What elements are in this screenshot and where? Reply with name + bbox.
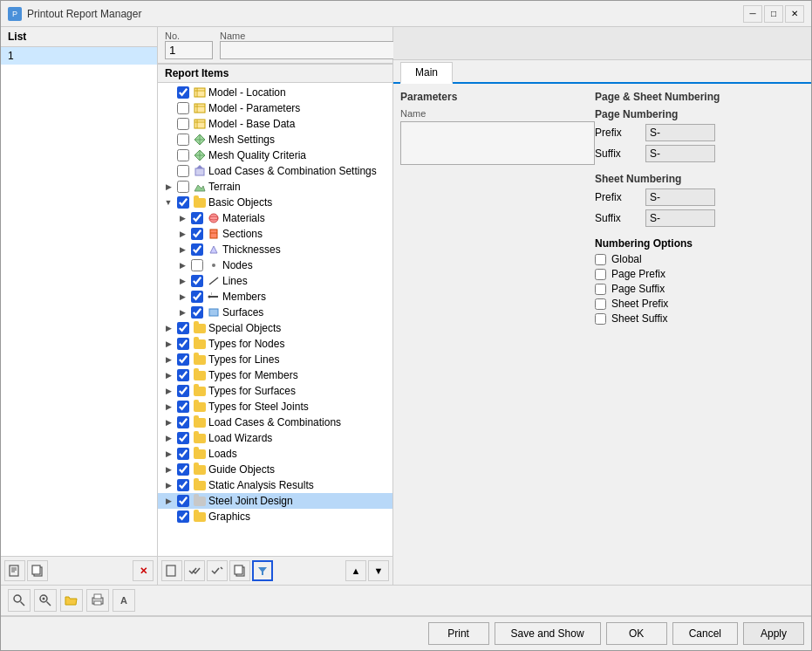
copy-list-button[interactable]	[27, 560, 48, 581]
expand-sections[interactable]: ▶	[175, 227, 189, 241]
folder-open-button[interactable]	[60, 589, 83, 612]
tree-item-model-location[interactable]: Model - Location	[158, 85, 392, 100]
cb-nodes[interactable]	[191, 259, 203, 271]
cb-lines[interactable]	[191, 275, 203, 287]
tree-item-lines[interactable]: ▶ Lines	[158, 273, 392, 289]
tree-item-graphics[interactable]: Graphics	[158, 509, 392, 524]
cb-page-prefix[interactable]	[595, 269, 606, 280]
cb-surfaces[interactable]	[191, 306, 203, 319]
apply-button[interactable]: Apply	[743, 622, 804, 645]
cb-sheet-prefix[interactable]	[595, 298, 606, 310]
delete-list-button[interactable]: ✕	[133, 560, 154, 581]
cb-types-steel[interactable]	[177, 401, 189, 413]
cb-members[interactable]	[191, 291, 203, 303]
tree-item-loads[interactable]: ▶ Loads	[158, 446, 392, 462]
tree-item-basic-objects[interactable]: ▼ Basic Objects	[158, 195, 392, 210]
cb-model-location[interactable]	[177, 86, 189, 99]
cb-model-parameters[interactable]	[177, 102, 189, 114]
maximize-button[interactable]: □	[764, 5, 783, 23]
expand-types-members[interactable]: ▶	[161, 368, 175, 382]
cb-graphics[interactable]	[177, 511, 189, 523]
copy-items-button[interactable]	[229, 560, 250, 581]
ok-button[interactable]: OK	[606, 622, 667, 645]
cb-terrain[interactable]	[177, 181, 189, 193]
page-suffix-input[interactable]: S-	[645, 145, 715, 162]
find-button[interactable]	[34, 589, 57, 612]
save-show-button[interactable]: Save and Show	[495, 622, 601, 645]
move-down-button[interactable]: ▼	[368, 560, 389, 581]
tree-item-types-surfaces[interactable]: ▶ Types for Surfaces	[158, 383, 392, 399]
tree-item-load-wizards[interactable]: ▶ Load Wizards	[158, 430, 392, 446]
tree-item-members[interactable]: ▶ I Members	[158, 289, 392, 305]
tree-item-types-lines[interactable]: ▶ Types for Lines	[158, 352, 392, 367]
move-up-button[interactable]: ▲	[345, 560, 366, 581]
tree-item-load-settings[interactable]: Load Cases & Combination Settings	[158, 163, 392, 179]
tree-item-mesh-quality[interactable]: Mesh Quality Criteria	[158, 147, 392, 163]
page-prefix-input[interactable]: S-	[645, 124, 715, 141]
cb-global[interactable]	[595, 254, 606, 265]
cb-types-members[interactable]	[177, 369, 189, 381]
expand-thicknesses[interactable]: ▶	[175, 243, 189, 257]
check-all-button[interactable]	[184, 560, 205, 581]
cancel-button[interactable]: Cancel	[672, 622, 738, 645]
tree-item-types-steel[interactable]: ▶ Types for Steel Joints	[158, 399, 392, 415]
tree-item-sections[interactable]: ▶ Sections	[158, 226, 392, 242]
tree-item-mesh-settings[interactable]: Mesh Settings	[158, 132, 392, 147]
cb-materials[interactable]	[191, 212, 203, 224]
tree-item-special-objects[interactable]: ▶ Special Objects	[158, 320, 392, 336]
expand-terrain[interactable]: ▶	[161, 180, 175, 194]
translate-button[interactable]: A	[113, 589, 135, 612]
expand-guide[interactable]: ▶	[161, 463, 175, 476]
expand-load-wizards[interactable]: ▶	[161, 431, 175, 445]
cb-sections[interactable]	[191, 228, 203, 240]
expand-load-combos[interactable]: ▶	[161, 415, 175, 429]
tree-item-thicknesses[interactable]: ▶ Thicknesses	[158, 242, 392, 257]
expand-special[interactable]: ▶	[161, 321, 175, 335]
cb-basic-objects[interactable]	[177, 196, 189, 209]
cb-sheet-suffix[interactable]	[595, 313, 606, 325]
tab-main[interactable]: Main	[400, 62, 453, 84]
cb-types-nodes[interactable]	[177, 338, 189, 350]
cb-load-settings[interactable]	[177, 165, 189, 177]
tree-item-types-nodes[interactable]: ▶ Types for Nodes	[158, 336, 392, 352]
expand-types-nodes[interactable]: ▶	[161, 337, 175, 351]
tree-item-static-results[interactable]: ▶ Static Analysis Results	[158, 477, 392, 493]
cb-types-surfaces[interactable]	[177, 385, 189, 397]
new-list-button[interactable]	[4, 560, 25, 581]
close-button[interactable]: ✕	[785, 5, 804, 23]
cb-loads[interactable]	[177, 448, 189, 460]
uncheck-all-button[interactable]	[207, 560, 228, 581]
tree-item-guide-objects[interactable]: ▶ Guide Objects	[158, 462, 392, 477]
expand-members[interactable]: ▶	[175, 290, 189, 304]
cb-static[interactable]	[177, 479, 189, 491]
tree-item-steel-joint-design[interactable]: ➤ ▶ Steel Joint Design	[158, 493, 392, 509]
expand-types-surfaces[interactable]: ▶	[161, 384, 175, 398]
expand-types-lines[interactable]: ▶	[161, 353, 175, 367]
cb-steel-joint[interactable]	[177, 495, 189, 507]
tree-item-load-combos[interactable]: ▶ Load Cases & Combinations	[158, 415, 392, 430]
param-name-input[interactable]	[400, 121, 595, 165]
expand-materials[interactable]: ▶	[175, 211, 189, 225]
filter-button[interactable]	[252, 560, 273, 581]
expand-steel-joint[interactable]: ▶	[161, 494, 175, 508]
print-settings-button[interactable]	[86, 589, 109, 612]
cb-model-base[interactable]	[177, 118, 189, 130]
sheet-suffix-input[interactable]: S-	[645, 209, 715, 227]
expand-static[interactable]: ▶	[161, 478, 175, 492]
tree-item-model-parameters[interactable]: Model - Parameters	[158, 100, 392, 116]
tree-item-types-members[interactable]: ▶ Types for Members	[158, 367, 392, 383]
expand-types-steel[interactable]: ▶	[161, 400, 175, 414]
cb-mesh-settings[interactable]	[177, 134, 189, 146]
cb-load-wizards[interactable]	[177, 432, 189, 444]
tree-item-nodes[interactable]: ▶ Nodes	[158, 257, 392, 273]
new-item-button[interactable]	[161, 560, 182, 581]
cb-thicknesses[interactable]	[191, 243, 203, 256]
cb-special[interactable]	[177, 322, 189, 334]
tree-item-model-base[interactable]: Model - Base Data	[158, 116, 392, 132]
cb-guide[interactable]	[177, 463, 189, 476]
expand-lines[interactable]: ▶	[175, 274, 189, 288]
search-button[interactable]	[8, 589, 31, 612]
expand-nodes[interactable]: ▶	[175, 258, 189, 272]
tree-item-surfaces[interactable]: ▶ Surfaces	[158, 305, 392, 320]
expand-surfaces[interactable]: ▶	[175, 305, 189, 319]
